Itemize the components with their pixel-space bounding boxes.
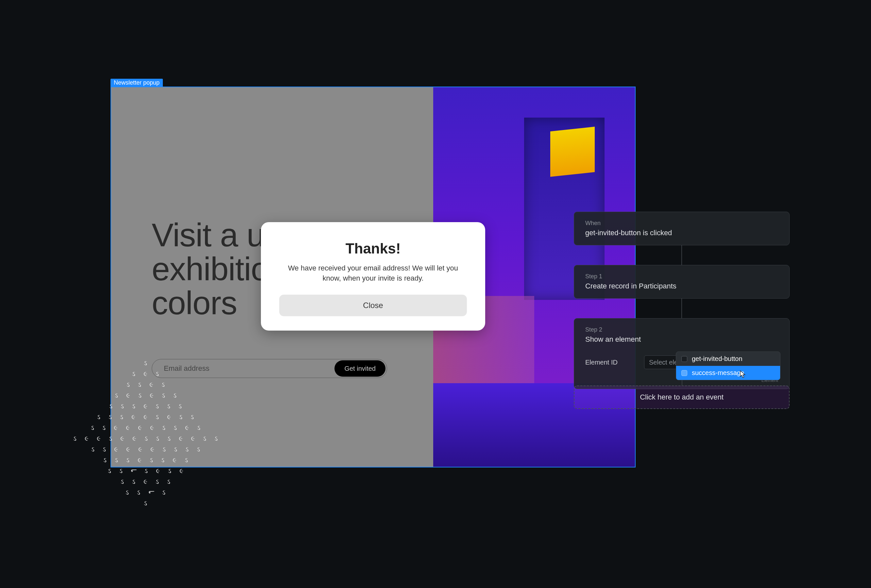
success-message-modal: Thanks! We have received your email addr…	[261, 222, 485, 331]
modal-body: We have received your email address! We …	[279, 263, 467, 284]
close-button[interactable]: Close	[279, 295, 467, 316]
element-id-label: Element ID	[585, 359, 631, 366]
workflow-trigger-value: get-invited-button is clicked	[585, 229, 778, 237]
modal-title: Thanks!	[279, 240, 467, 257]
workflow-step-1-card[interactable]: Step 1 Create record in Participants	[574, 265, 790, 298]
selection-label: Newsletter popup	[111, 79, 163, 87]
workflow-step-value: Show an element	[585, 335, 778, 344]
add-event-button[interactable]: Click here to add an event	[574, 385, 790, 409]
workflow-trigger-card[interactable]: When get-invited-button is clicked	[574, 212, 790, 245]
workflow-connector	[681, 245, 682, 265]
workflow-step-value: Create record in Participants	[585, 282, 778, 290]
email-form: Get invited	[152, 359, 387, 378]
element-id-dropdown: get-invited-button success-message	[676, 352, 780, 380]
email-input[interactable]	[164, 364, 334, 373]
cursor-icon	[740, 370, 746, 378]
checkbox-icon	[681, 356, 687, 362]
workflow-connector	[681, 298, 682, 318]
workflow-step-label: Step 2	[585, 326, 778, 333]
dropdown-option-get-invited-button[interactable]: get-invited-button	[676, 352, 780, 366]
workflow-trigger-label: When	[585, 220, 778, 227]
dropdown-option-label: get-invited-button	[692, 355, 742, 363]
checkbox-icon	[681, 370, 687, 376]
get-invited-button[interactable]: Get invited	[334, 360, 386, 377]
dropdown-option-label: success-message	[692, 369, 744, 377]
dropdown-option-success-message[interactable]: success-message	[676, 366, 780, 380]
workflow-step-label: Step 1	[585, 273, 778, 280]
